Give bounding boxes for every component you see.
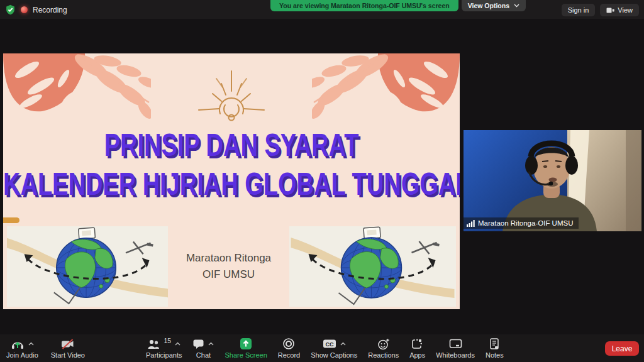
reactions-button[interactable]: Reactions	[368, 337, 399, 359]
meeting-toolbar: Join Audio Start Video	[0, 334, 644, 362]
headphones-icon	[11, 338, 25, 350]
chat-chevron-icon[interactable]	[208, 342, 214, 346]
notes-icon	[489, 338, 499, 349]
top-bar: Recording You are viewing Marataon Riton…	[0, 0, 644, 19]
share-screen-button[interactable]: Share Screen	[225, 337, 267, 359]
recording-indicator: Recording	[5, 4, 67, 15]
globe-illustration	[7, 226, 168, 307]
share-screen-icon	[240, 337, 252, 350]
globe-panel-left	[7, 226, 168, 307]
view-label: View	[618, 6, 633, 14]
chat-label: Chat	[196, 351, 211, 359]
participant-name: Marataon Ritonga-OIF UMSU	[478, 219, 573, 227]
record-icon	[282, 337, 295, 350]
chat-icon	[192, 339, 204, 349]
apps-label: Apps	[409, 351, 425, 359]
view-options-label: View Options	[468, 0, 509, 11]
recording-label: Recording	[33, 6, 67, 14]
whiteboards-button[interactable]: Whiteboards	[436, 337, 475, 359]
view-options-button[interactable]: View Options	[462, 0, 526, 11]
show-captions-label: Show Captions	[311, 351, 357, 359]
chat-button[interactable]: Chat	[192, 337, 214, 359]
record-label: Record	[278, 351, 300, 359]
svg-text:CC: CC	[325, 341, 333, 348]
participants-icon	[147, 339, 160, 349]
slide-title: PRINSIP DAN SYARAT KALENDER HIJRIAH GLOB…	[3, 126, 460, 204]
sign-in-button[interactable]: Sign in	[562, 4, 596, 16]
shield-icon	[5, 4, 16, 15]
leaf-decoration-left	[3, 53, 151, 124]
reactions-icon	[377, 338, 390, 350]
globe-panel-right	[289, 226, 456, 307]
sign-in-label: Sign in	[568, 6, 589, 14]
apps-icon	[411, 338, 423, 350]
presenter-name: Marataon Ritonga	[186, 250, 271, 266]
notes-button[interactable]: Notes	[486, 337, 504, 359]
show-captions-button[interactable]: CC Show Captions	[311, 337, 357, 359]
leaf-decoration-right	[312, 53, 460, 124]
start-video-label: Start Video	[51, 351, 85, 359]
apps-button[interactable]: Apps	[409, 337, 425, 359]
globe-illustration	[289, 226, 456, 307]
join-audio-label: Join Audio	[6, 351, 38, 359]
webcam-video	[464, 130, 641, 231]
participants-button[interactable]: 15 Participants	[146, 337, 182, 359]
participant-video-tile[interactable]: Marataon Ritonga-OIF UMSU	[464, 130, 641, 231]
whiteboards-icon	[449, 339, 462, 349]
participants-label: Participants	[146, 351, 182, 359]
video-off-icon	[60, 339, 75, 349]
share-screen-label: Share Screen	[225, 351, 267, 359]
participants-count-badge: 15	[164, 337, 171, 344]
record-button[interactable]: Record	[278, 337, 300, 359]
view-icon	[606, 7, 614, 14]
join-audio-chevron-icon[interactable]	[28, 342, 34, 346]
start-video-button[interactable]: Start Video	[51, 337, 85, 359]
leave-button[interactable]: Leave	[605, 341, 639, 356]
slide-title-line1: PRINSIP DAN SYARAT	[3, 126, 460, 165]
participant-name-tag: Marataon Ritonga-OIF UMSU	[464, 217, 579, 229]
view-button[interactable]: View	[600, 4, 639, 16]
whiteboards-label: Whiteboards	[436, 351, 475, 359]
join-audio-button[interactable]: Join Audio	[6, 337, 38, 359]
presenter-org: OIF UMSU	[203, 266, 255, 283]
participants-chevron-icon[interactable]	[175, 342, 180, 346]
recording-dot-icon	[21, 6, 28, 13]
captions-icon: CC	[323, 339, 336, 349]
slide-title-line2: KALENDER HIJRIAH GLOBAL TUNGGAL	[3, 165, 460, 204]
signal-bars-icon	[467, 220, 475, 227]
captions-chevron-icon[interactable]	[340, 342, 346, 346]
chevron-down-icon	[514, 4, 519, 8]
slide-edge-accent	[3, 217, 19, 223]
shared-screen-slide: PRINSIP DAN SYARAT KALENDER HIJRIAH GLOB…	[3, 53, 460, 309]
zoom-meeting-window: Recording You are viewing Marataon Riton…	[0, 0, 644, 362]
notes-label: Notes	[486, 351, 504, 359]
reactions-label: Reactions	[368, 351, 399, 359]
presenter-block: Marataon Ritonga OIF UMSU	[168, 226, 289, 307]
screen-share-banner: You are viewing Marataon Ritonga-OIF UMS…	[270, 0, 458, 11]
sun-icon	[194, 70, 269, 128]
